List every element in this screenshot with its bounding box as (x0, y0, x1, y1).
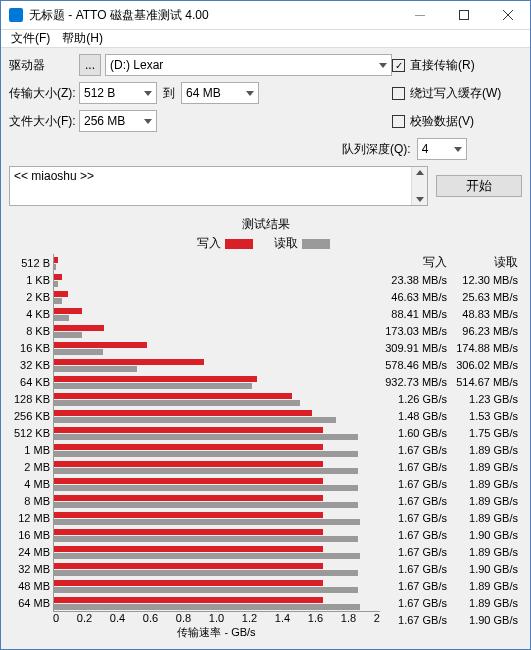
write-value: 46.63 MB/s (380, 289, 447, 306)
row-label: 48 MB (6, 580, 50, 592)
chart-bars: 512 B1 KB2 KB4 KB8 KB16 KB32 KB64 KB128 … (53, 254, 380, 611)
direct-checkbox[interactable]: ✓ (392, 59, 405, 72)
read-value: 1.89 GB/s (451, 442, 518, 459)
read-bar (54, 264, 56, 270)
chart-row: 64 KB (54, 373, 380, 390)
titlebar[interactable]: 无标题 - ATTO 磁盘基准测试 4.00 (1, 1, 530, 30)
read-bar (54, 587, 358, 593)
read-value: 1.90 GB/s (451, 561, 518, 578)
read-value: 12.30 MB/s (451, 272, 518, 289)
browse-button[interactable]: ... (79, 54, 101, 76)
row-label: 16 MB (6, 529, 50, 541)
verify-label: 校验数据(V) (410, 113, 474, 130)
chart-row: 16 MB (54, 526, 380, 543)
write-value: 1.67 GB/s (380, 527, 447, 544)
write-value: 1.67 GB/s (380, 493, 447, 510)
chevron-down-icon (454, 147, 462, 152)
note-textarea[interactable]: << miaoshu >> (9, 166, 428, 206)
read-bar (54, 502, 358, 508)
write-value: 1.67 GB/s (380, 459, 447, 476)
chart-row: 2 KB (54, 288, 380, 305)
read-value: 1.23 GB/s (451, 391, 518, 408)
write-value: 1.67 GB/s (380, 510, 447, 527)
chart-row: 4 KB (54, 305, 380, 322)
bypass-checkbox[interactable] (392, 87, 405, 100)
read-bar (54, 570, 358, 576)
read-bar (54, 383, 252, 389)
chart-row: 512 KB (54, 424, 380, 441)
direct-label: 直接传输(R) (410, 57, 475, 74)
read-value: 25.63 MB/s (451, 289, 518, 306)
write-swatch (225, 239, 253, 249)
chart-row: 64 MB (54, 594, 380, 611)
write-value: 88.41 MB/s (380, 306, 447, 323)
chevron-down-icon (246, 91, 254, 96)
chart-row: 128 KB (54, 390, 380, 407)
write-bar (54, 512, 323, 518)
write-bar (54, 427, 323, 433)
chart-row: 32 KB (54, 356, 380, 373)
chart-row: 24 MB (54, 543, 380, 560)
verify-checkbox[interactable] (392, 115, 405, 128)
xfer-from-combo[interactable]: 512 B (79, 82, 157, 104)
chevron-down-icon (144, 91, 152, 96)
write-header: 写入 (380, 254, 447, 272)
close-button[interactable] (486, 1, 530, 29)
chart-row: 48 MB (54, 577, 380, 594)
write-value: 1.67 GB/s (380, 595, 447, 612)
maximize-button[interactable] (442, 1, 486, 29)
window-title: 无标题 - ATTO 磁盘基准测试 4.00 (29, 7, 398, 24)
scrollbar[interactable] (411, 167, 427, 205)
xfer-to-label: 到 (163, 85, 175, 102)
write-value: 1.67 GB/s (380, 476, 447, 493)
x-axis-label: 传输速率 - GB/s (53, 625, 380, 640)
x-axis: 00.20.40.60.81.01.21.41.61.82 传输速率 - GB/… (53, 611, 380, 641)
write-bar (54, 563, 323, 569)
read-bar (54, 468, 358, 474)
start-button[interactable]: 开始 (436, 175, 522, 197)
menu-file[interactable]: 文件(F) (5, 30, 56, 47)
chart-row: 2 MB (54, 458, 380, 475)
row-label: 128 KB (6, 393, 50, 405)
xfer-to-combo[interactable]: 64 MB (181, 82, 259, 104)
row-label: 64 MB (6, 597, 50, 609)
read-value: 1.53 GB/s (451, 408, 518, 425)
write-bar (54, 257, 58, 263)
read-bar (54, 400, 300, 406)
read-bar (54, 281, 58, 287)
row-label: 2 MB (6, 461, 50, 473)
read-bar (54, 349, 103, 355)
read-bar (54, 553, 360, 559)
write-bar (54, 393, 292, 399)
write-bar (54, 597, 323, 603)
row-label: 8 KB (6, 325, 50, 337)
write-bar (54, 308, 82, 314)
write-bar (54, 410, 312, 416)
write-value: 1.67 GB/s (380, 544, 447, 561)
read-value: 48.83 MB/s (451, 306, 518, 323)
read-value: 1.89 GB/s (451, 578, 518, 595)
drive-label: 驱动器 (9, 57, 79, 74)
read-bar (54, 604, 360, 610)
read-value: 1.89 GB/s (451, 476, 518, 493)
drive-combo[interactable]: (D:) Lexar (105, 54, 392, 76)
row-label: 8 MB (6, 495, 50, 507)
app-icon (9, 8, 23, 22)
read-value: 174.88 MB/s (451, 340, 518, 357)
write-value: 1.67 GB/s (380, 612, 447, 629)
row-label: 1 KB (6, 274, 50, 286)
menubar: 文件(F) 帮助(H) (1, 30, 530, 48)
write-value: 1.67 GB/s (380, 578, 447, 595)
read-value: 1.89 GB/s (451, 510, 518, 527)
minimize-button[interactable] (398, 1, 442, 29)
write-bar (54, 495, 323, 501)
chart-row: 1 MB (54, 441, 380, 458)
row-label: 16 KB (6, 342, 50, 354)
depth-combo[interactable]: 4 (417, 138, 467, 160)
write-bar (54, 274, 62, 280)
filesize-combo[interactable]: 256 MB (79, 110, 157, 132)
row-label: 1 MB (6, 444, 50, 456)
depth-label: 队列深度(Q): (342, 141, 411, 158)
row-label: 12 MB (6, 512, 50, 524)
menu-help[interactable]: 帮助(H) (56, 30, 109, 47)
